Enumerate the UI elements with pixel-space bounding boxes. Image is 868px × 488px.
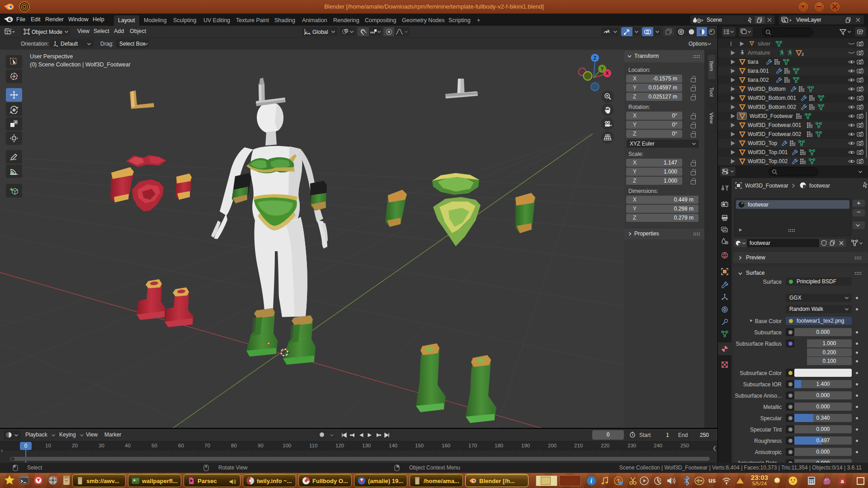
svg-text:Y: Y (600, 66, 604, 71)
svg-text:X: X (605, 70, 609, 76)
svg-text:Z: Z (594, 55, 597, 61)
svg-text:i: i (590, 478, 592, 484)
svg-text:a: a (841, 478, 844, 484)
